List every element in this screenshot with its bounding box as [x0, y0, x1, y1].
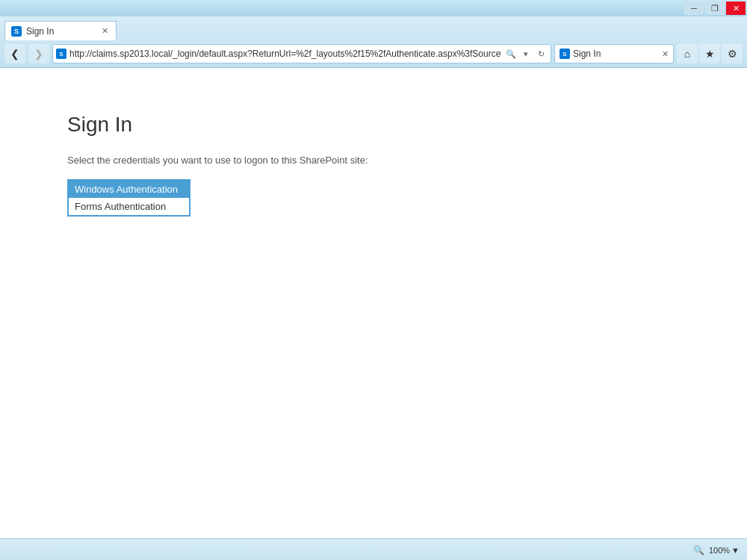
tab-address-area: S Sign In ✕	[554, 44, 674, 63]
settings-button[interactable]: ⚙	[722, 44, 743, 63]
tab-title: Sign In	[26, 26, 97, 37]
title-bar-buttons: ─ ❐ ✕	[684, 1, 746, 15]
forward-button[interactable]: ❯	[28, 44, 49, 63]
site-favicon: S	[56, 49, 66, 59]
page-title: Sign In	[67, 113, 747, 137]
auth-option-windows[interactable]: Windows Authentication	[69, 181, 189, 198]
zoom-level: 100%	[709, 546, 730, 555]
sign-in-container: Sign In Select the credentials you want …	[0, 68, 747, 217]
zoom-icon: 🔍	[693, 545, 704, 556]
zoom-button[interactable]: 100% ▼	[709, 546, 740, 555]
close-button[interactable]: ✕	[726, 1, 746, 15]
status-bar: 🔍 100% ▼	[0, 538, 747, 560]
favorites-button[interactable]: ★	[699, 44, 720, 63]
home-button[interactable]: ⌂	[677, 44, 698, 63]
nav-bar: ❮ ❯ S 🔍 ▾ ↻ S Sign In ✕ ⌂ ★ ⚙	[0, 40, 747, 67]
minimize-button[interactable]: ─	[684, 1, 704, 15]
search-icon[interactable]: 🔍	[504, 46, 518, 61]
tab-address-title: Sign In	[573, 49, 659, 59]
browser-tab[interactable]: S Sign In ✕	[4, 21, 117, 40]
address-bar: S 🔍 ▾ ↻	[52, 44, 551, 63]
tab-address-close[interactable]: ✕	[662, 49, 669, 59]
zoom-arrow: ▼	[731, 546, 740, 555]
back-button[interactable]: ❮	[4, 44, 25, 63]
tab-favicon: S	[11, 26, 22, 37]
auth-listbox[interactable]: Windows Authentication Forms Authenticat…	[67, 179, 190, 217]
address-icons: 🔍 ▾ ↻	[504, 46, 548, 61]
refresh-icon[interactable]: ↻	[534, 46, 548, 61]
toolbar-right: ⌂ ★ ⚙	[677, 44, 743, 63]
browser-chrome: S Sign In ✕ ❮ ❯ S 🔍 ▾ ↻ S Sign In ✕ ⌂ ★ …	[0, 16, 747, 68]
tab-close-icon[interactable]: ✕	[102, 26, 108, 36]
address-input[interactable]	[69, 49, 501, 59]
tab-site-icon: S	[560, 49, 570, 59]
title-bar: ─ ❐ ✕	[0, 0, 747, 16]
page-content: Sign In Select the credentials you want …	[0, 68, 747, 538]
page-subtitle: Select the credentials you want to use t…	[67, 155, 747, 166]
dropdown-icon[interactable]: ▾	[519, 46, 533, 61]
restore-button[interactable]: ❐	[705, 1, 725, 15]
auth-option-forms[interactable]: Forms Authentication	[69, 198, 189, 215]
tab-bar: S Sign In ✕	[0, 16, 747, 40]
